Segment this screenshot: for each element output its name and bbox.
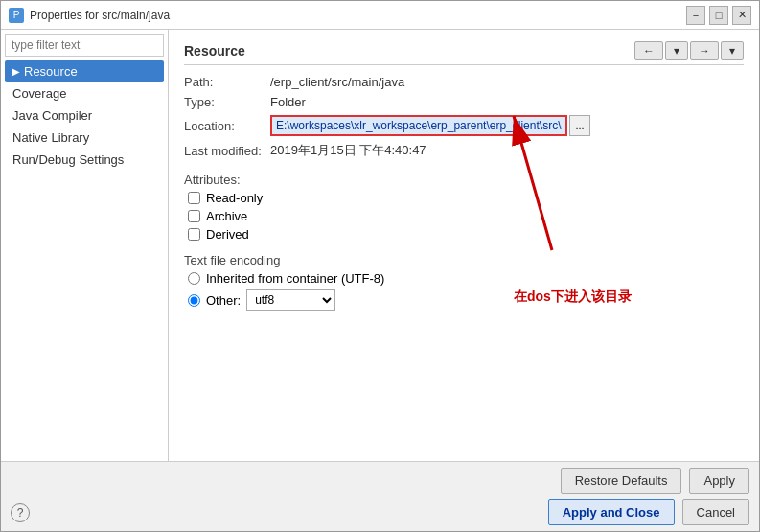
window-icon: P (9, 8, 24, 23)
location-row: Location: ... (184, 115, 744, 136)
sidebar-label-resource: Resource (24, 64, 78, 79)
nav-forward-button[interactable]: → (690, 41, 719, 60)
sidebar-item-resource[interactable]: ▶ Resource (5, 60, 164, 82)
attributes-title: Attributes: (184, 173, 744, 187)
sidebar-arrow-resource: ▶ (12, 66, 20, 77)
last-modified-value: 2019年1月15日 下午4:40:47 (270, 142, 426, 159)
other-encoding-row: Other: utf8 UTF-8 GBK ISO-8859-1 (188, 289, 744, 311)
filter-input[interactable] (5, 34, 164, 57)
minimize-button[interactable]: − (686, 6, 705, 25)
location-input[interactable] (270, 115, 567, 136)
properties-window: P Properties for src/main/java − □ ✕ ▶ R… (0, 0, 760, 532)
help-button[interactable]: ? (11, 503, 30, 522)
sidebar: ▶ Resource Coverage Java Compiler Native… (1, 30, 169, 461)
sidebar-label-native-library: Native Library (12, 130, 89, 145)
type-value: Folder (270, 95, 306, 109)
bottom-bar: Restore Defaults Apply ? Apply and Close… (1, 461, 759, 531)
sidebar-label-coverage: Coverage (12, 86, 66, 101)
derived-row: Derived (188, 227, 744, 242)
browse-button[interactable]: ... (569, 115, 590, 136)
encoding-section: Text file encoding Inherited from contai… (184, 253, 744, 311)
last-modified-label: Last modified: (184, 144, 270, 158)
sidebar-item-java-compiler[interactable]: Java Compiler (5, 104, 164, 127)
attributes-section: Attributes: Read-only Archive Derived (184, 173, 744, 245)
inherited-radio[interactable] (188, 272, 200, 285)
apply-button[interactable]: Apply (689, 468, 749, 494)
other-label: Other: (206, 293, 241, 308)
readonly-row: Read-only (188, 191, 744, 205)
archive-label: Archive (206, 209, 247, 223)
title-bar: P Properties for src/main/java − □ ✕ (1, 1, 759, 30)
sidebar-item-coverage[interactable]: Coverage (5, 82, 164, 104)
derived-label: Derived (206, 227, 249, 242)
apply-close-button[interactable]: Apply and Close (548, 499, 675, 525)
readonly-label: Read-only (206, 191, 263, 205)
archive-row: Archive (188, 209, 744, 223)
derived-checkbox[interactable] (188, 228, 200, 241)
nav-down-button[interactable]: ▾ (665, 41, 688, 60)
sidebar-item-native-library[interactable]: Native Library (5, 127, 164, 149)
encoding-select[interactable]: utf8 UTF-8 GBK ISO-8859-1 (246, 289, 335, 311)
window-title: Properties for src/main/java (30, 9, 170, 22)
close-button[interactable]: ✕ (732, 6, 751, 25)
sidebar-label-java-compiler: Java Compiler (12, 108, 92, 123)
main-content: ▶ Resource Coverage Java Compiler Native… (1, 30, 759, 461)
archive-checkbox[interactable] (188, 210, 200, 222)
bottom-row2: ? Apply and Close Cancel (11, 499, 749, 525)
bottom-row1: Restore Defaults Apply (11, 468, 749, 494)
inherited-row: Inherited from container (UTF-8) (188, 271, 744, 286)
other-radio[interactable] (188, 294, 200, 307)
nav-menu-button[interactable]: ▾ (721, 41, 744, 60)
type-row: Type: Folder (184, 95, 744, 109)
last-modified-row: Last modified: 2019年1月15日 下午4:40:47 (184, 142, 744, 159)
cancel-button[interactable]: Cancel (682, 499, 749, 525)
title-bar-left: P Properties for src/main/java (9, 8, 170, 23)
path-row: Path: /erp_client/src/main/java (184, 75, 744, 89)
bottom-buttons: Apply and Close Cancel (548, 499, 749, 525)
nav-back-button[interactable]: ← (634, 41, 663, 60)
title-buttons: − □ ✕ (686, 6, 751, 25)
readonly-checkbox[interactable] (188, 192, 200, 204)
sidebar-item-run-debug[interactable]: Run/Debug Settings (5, 149, 164, 171)
encoding-title: Text file encoding (184, 253, 744, 267)
maximize-button[interactable]: □ (709, 6, 728, 25)
path-value: /erp_client/src/main/java (270, 75, 404, 89)
type-label: Type: (184, 95, 270, 109)
inherited-label: Inherited from container (UTF-8) (206, 271, 384, 286)
right-panel: Resource ← ▾ → ▾ Path: /erp_client/src/m… (169, 30, 759, 461)
restore-defaults-button[interactable]: Restore Defaults (561, 468, 682, 494)
section-title: Resource (184, 43, 245, 58)
sidebar-label-run-debug: Run/Debug Settings (12, 152, 124, 167)
location-input-wrap: ... (270, 115, 590, 136)
nav-buttons: ← ▾ → ▾ (634, 41, 744, 60)
path-label: Path: (184, 75, 270, 89)
location-label: Location: (184, 119, 270, 133)
